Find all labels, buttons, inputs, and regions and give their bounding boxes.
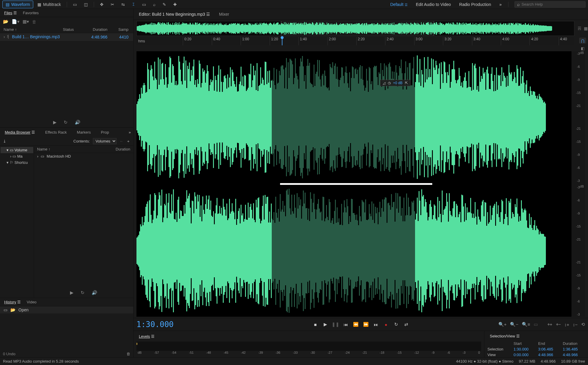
zoom-sel-icon[interactable]: ▭ (534, 322, 538, 327)
overview-waveform[interactable] (136, 21, 574, 36)
timecode[interactable]: 1:30.000 (136, 320, 174, 329)
tab-media-browser[interactable]: Media Browser ☰ (2, 129, 37, 136)
tool-move-button[interactable]: ✥ (97, 1, 107, 8)
playhead[interactable] (282, 37, 282, 45)
tree-node-mac[interactable]: › ▭ Ma (1, 153, 33, 159)
snap-toggle[interactable]: ⋂ (579, 38, 586, 44)
view-duration[interactable]: 4:48.966 (563, 353, 585, 357)
markers-toggle[interactable]: ◧ (579, 45, 586, 51)
tab-video[interactable]: Video (24, 299, 39, 305)
tool-time-select-button[interactable]: 𝙸 (129, 1, 138, 8)
fast-forward-button[interactable]: ⏩ (363, 321, 369, 327)
zoom-in-h-icon[interactable]: 🔍+ (498, 322, 507, 327)
skip-back-button[interactable]: ⏮ (343, 321, 349, 327)
waveform-mode-button[interactable]: ▤ Waveform (2, 1, 33, 8)
tool-spectral-button[interactable]: ▭ (70, 1, 80, 8)
zoom-in-v-icon[interactable]: ↕+ (564, 322, 569, 327)
clock-icon[interactable]: ◷ (388, 81, 391, 85)
record-button[interactable]: ● (383, 321, 389, 327)
mb-list-item[interactable]: ›▭Macintosh HD (34, 153, 133, 160)
search-help[interactable]: ⌕ (514, 1, 586, 8)
auto-play-icon[interactable]: 🔊 (92, 290, 97, 295)
back-icon[interactable]: ← (120, 139, 123, 143)
tool-heal-button[interactable]: ✚ (170, 1, 180, 8)
pause-button[interactable]: ❚❚ (333, 321, 339, 327)
col-name[interactable]: Name ↑ (4, 27, 63, 32)
time-ruler[interactable]: hms 0:200:401:001:201:402:002:202:403:00… (136, 37, 574, 45)
workspace-more[interactable]: » (496, 1, 505, 8)
waveform-channel-right[interactable] (136, 185, 571, 317)
overview-options-icon[interactable]: ▦ (584, 26, 588, 31)
file-row[interactable]: ›⺦ Build 1… Beginnings.mp3 4:48.966 4410 (0, 33, 133, 41)
stop-button[interactable]: ■ (312, 321, 318, 327)
tool-marquee-button[interactable]: ▭ (139, 1, 149, 8)
sel-start[interactable]: 1:30.000 (514, 347, 536, 351)
tab-history[interactable]: History ☰ (2, 299, 23, 305)
workspace-edit-video[interactable]: Edit Audio to Video (412, 1, 454, 8)
tab-favorites[interactable]: Favorites (20, 9, 41, 16)
auto-play-icon[interactable]: 🔊 (75, 120, 80, 125)
tree-node-volumes[interactable]: ▾ ▭ Volume (1, 147, 33, 153)
waveform-channel-left[interactable]: ◿ ◷ +0 dB ⇱ (136, 51, 571, 183)
play-preview-icon[interactable]: ▶ (53, 120, 57, 125)
view-start[interactable]: 0:00.000 (514, 353, 536, 357)
zoom-out-v-icon[interactable]: ↕− (573, 322, 578, 327)
media-tree[interactable]: ▾ ▭ Volume › ▭ Ma ▾ ⚐ Shortcu (0, 146, 34, 298)
tab-files[interactable]: Files ☰ (2, 9, 19, 16)
tool-brush-button[interactable]: ✎ (160, 1, 169, 8)
overview-menu-icon[interactable]: ☴ (578, 26, 581, 31)
col-status[interactable]: Status (63, 27, 81, 32)
col-duration[interactable]: Duration (81, 27, 107, 32)
tool-pitch-button[interactable]: ◫ (81, 1, 91, 8)
play-preview-icon[interactable]: ▶ (70, 290, 74, 295)
view-end[interactable]: 4:48.966 (538, 353, 560, 357)
tab-markers[interactable]: Markers (74, 129, 93, 136)
fade-icon[interactable]: ◿ (383, 81, 385, 85)
contents-dropdown[interactable]: Volumes (93, 138, 117, 144)
delete-icon[interactable]: 🗑 (32, 19, 36, 24)
zoom-full-icon[interactable]: 🔍≡ (522, 322, 530, 327)
import-icon[interactable]: ⤓ (3, 139, 6, 143)
zoom-in-point-icon[interactable]: ⌖+ (547, 322, 552, 327)
skip-forward-button[interactable]: ⏭ (373, 321, 379, 327)
loop-preview-icon[interactable]: ↻ (81, 290, 85, 295)
rewind-button[interactable]: ⏪ (353, 321, 359, 327)
tree-node-shortcuts[interactable]: ▾ ⚐ Shortcu (1, 159, 33, 166)
sel-end[interactable]: 3:06.485 (538, 347, 560, 351)
mb-col-name[interactable]: Name ↑ (37, 147, 116, 151)
editor-tab[interactable]: Editor: Build 1 New Beginnings.mp3 ☰ (136, 11, 212, 18)
sel-duration[interactable]: 1:36.485 (563, 347, 585, 351)
skip-selection-button[interactable]: ⇄ (403, 321, 409, 327)
play-button[interactable]: ▶ (322, 321, 328, 327)
tool-razor-button[interactable]: ✂ (108, 1, 117, 8)
tab-selection-view[interactable]: Selection/View ☰ (487, 333, 522, 340)
multitrack-mode-button[interactable]: ▦ Multitrack (34, 1, 64, 8)
zoom-out-point-icon[interactable]: ⌖− (556, 322, 561, 327)
zoom-out-h-icon[interactable]: 🔍− (510, 322, 518, 327)
tab-effects-rack[interactable]: Effects Rack (43, 129, 69, 136)
tool-slip-button[interactable]: ⇆ (118, 1, 128, 8)
zoom-reset-icon[interactable]: ⟲ (581, 322, 585, 327)
waveform-display[interactable]: ◿ ◷ +0 dB ⇱ (136, 51, 571, 317)
open-file-icon[interactable]: 📂 (3, 19, 9, 24)
pin-icon[interactable]: ⇱ (405, 81, 408, 85)
tab-levels[interactable]: Levels ☰ (136, 333, 157, 340)
loop-button[interactable]: ↻ (393, 321, 399, 327)
loop-preview-icon[interactable]: ↻ (64, 120, 68, 125)
add-shortcut-icon[interactable]: ＋ (126, 139, 130, 144)
tool-lasso-button[interactable]: ⌕ (150, 1, 158, 8)
chevrons-right-icon[interactable]: » (129, 130, 131, 135)
new-multitrack-icon[interactable]: ▦▾ (23, 19, 29, 24)
trash-icon[interactable]: 🗑 (126, 352, 130, 356)
mb-col-duration[interactable]: Duration (116, 147, 130, 151)
razor-icon: ✂ (111, 2, 114, 7)
tab-properties[interactable]: Prop (98, 129, 111, 136)
col-samples[interactable]: Samp (107, 27, 130, 32)
history-item[interactable]: ▭ 📂 Open (0, 306, 133, 313)
workspace-default[interactable]: Default ☰ (387, 1, 411, 8)
mixer-tab[interactable]: Mixer (217, 11, 231, 18)
gain-hud[interactable]: ◿ ◷ +0 dB ⇱ (380, 80, 411, 86)
search-input[interactable] (522, 2, 583, 7)
workspace-radio[interactable]: Radio Production (456, 1, 495, 8)
new-file-icon[interactable]: 📄▾ (12, 19, 20, 24)
